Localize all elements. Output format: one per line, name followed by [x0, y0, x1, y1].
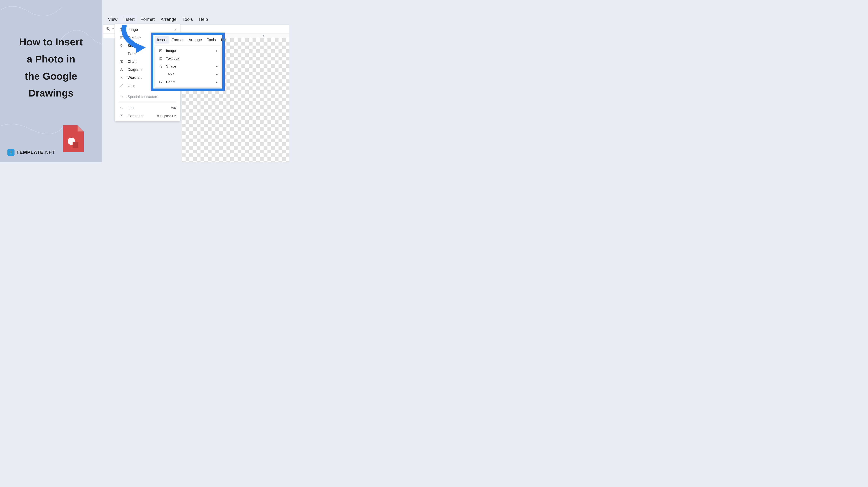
svg-point-16 [121, 68, 122, 69]
menu-item-link[interactable]: Link ⌘K [115, 104, 180, 112]
svg-rect-38 [161, 82, 162, 83]
google-drawings-icon [63, 125, 84, 152]
submenu-arrow-icon: ▶ [216, 50, 218, 52]
menu-label: Word art [128, 75, 142, 80]
page-title: How to Insert a Photo in the Google Draw… [0, 33, 102, 102]
inset-callout: Insert Format Arrange Tools He Image ▶ T… [151, 33, 225, 91]
inset-item-image[interactable]: Image ▶ [155, 47, 221, 55]
chart-icon [119, 60, 125, 64]
svg-line-20 [122, 69, 123, 70]
menu-item-special-characters[interactable]: Ω Special characters [115, 93, 180, 101]
menu-label: Shape [128, 43, 138, 48]
brand-logo: T TEMPLATE.NET [7, 149, 55, 156]
inset-item-table[interactable]: Table ▶ [155, 70, 221, 78]
menu-label: Text box [128, 35, 141, 40]
wordart-icon: A [119, 76, 125, 80]
svg-rect-1 [73, 142, 79, 148]
menu-label: Table [166, 72, 175, 76]
menu-label: Diagram [128, 67, 142, 72]
menu-separator [119, 91, 176, 91]
svg-text:T: T [160, 58, 161, 60]
ruler-band [225, 33, 289, 38]
logo-text: TEMPLATE.NET [17, 150, 55, 155]
svg-rect-36 [160, 82, 160, 83]
menu-label: Image [128, 28, 138, 32]
menu-label: Chart [166, 80, 175, 84]
shortcut-text: ⌘K [171, 106, 176, 110]
diagram-icon [119, 68, 125, 71]
svg-point-24 [123, 84, 123, 85]
zoom-icon [106, 27, 110, 31]
inset-menu-insert[interactable]: Insert [155, 36, 169, 43]
svg-rect-13 [121, 62, 121, 63]
link-icon [119, 106, 125, 110]
inset-menu-format[interactable]: Format [169, 36, 186, 43]
inset-item-chart[interactable]: Chart ▶ [155, 78, 221, 86]
menu-help[interactable]: Help [196, 15, 211, 24]
menu-view[interactable]: View [105, 15, 121, 24]
svg-rect-14 [121, 61, 122, 63]
menu-label: Special characters [128, 95, 158, 99]
decorative-curve [0, 110, 63, 148]
submenu-arrow-icon: ▶ [216, 73, 218, 75]
zoom-dropdown-arrow[interactable]: ▼ [112, 28, 114, 30]
menu-arrange[interactable]: Arrange [158, 15, 180, 24]
shape-icon [119, 44, 125, 48]
menu-insert[interactable]: Insert [121, 15, 137, 24]
inset-item-textbox[interactable]: T Text box [155, 55, 221, 62]
svg-line-19 [121, 69, 122, 70]
title-line: a Photo in [27, 53, 75, 64]
svg-point-17 [120, 70, 121, 71]
menu-label: Line [128, 84, 135, 88]
menubar: View Insert Format Arrange Tools Help [103, 15, 289, 24]
menu-label: Shape [166, 64, 176, 68]
decorative-curve [0, 0, 69, 33]
svg-line-22 [120, 84, 123, 87]
shape-icon [158, 65, 163, 68]
menu-label: Chart [128, 60, 137, 64]
line-icon [119, 84, 125, 88]
inset-item-shape[interactable]: Shape ▶ [155, 62, 221, 70]
svg-point-18 [122, 70, 123, 71]
right-panel: View Insert Format Arrange Tools Help ▼ … [102, 0, 289, 162]
image-icon [119, 28, 125, 32]
svg-rect-6 [120, 28, 123, 31]
logo-icon: T [7, 149, 14, 156]
menu-tools[interactable]: Tools [180, 15, 196, 24]
ruler-mark: 4 [263, 34, 264, 37]
menu-format[interactable]: Format [137, 15, 158, 24]
svg-rect-37 [161, 82, 161, 83]
svg-point-23 [120, 87, 121, 87]
svg-point-33 [160, 65, 161, 67]
image-icon [158, 49, 163, 53]
inset-menu-arrange[interactable]: Arrange [186, 36, 204, 43]
submenu-arrow-icon: ▶ [216, 65, 218, 68]
comment-icon [119, 114, 125, 118]
menu-label: Link [128, 106, 134, 110]
title-line: the Google [25, 70, 77, 82]
inset-menu-tools[interactable]: Tools [205, 36, 218, 43]
inset-dropdown: Image ▶ T Text box Shape ▶ Table ▶ Chart… [155, 46, 221, 87]
omega-icon: Ω [119, 95, 125, 99]
menu-label: Text box [166, 57, 179, 61]
menu-label: Comment [128, 114, 144, 118]
svg-line-3 [109, 30, 110, 30]
inset-menu-help[interactable]: He [218, 36, 228, 43]
svg-point-10 [120, 44, 122, 46]
svg-rect-29 [159, 50, 162, 52]
svg-text:A: A [120, 76, 123, 80]
svg-text:Ω: Ω [121, 95, 123, 98]
zoom-button[interactable] [105, 26, 111, 32]
inset-menubar: Insert Format Arrange Tools He [153, 35, 222, 45]
menu-label: Image [166, 49, 176, 53]
menu-separator [119, 102, 176, 102]
title-line: How to Insert [19, 36, 83, 48]
menu-label: Table [128, 52, 136, 56]
ruler-tick [262, 36, 262, 37]
svg-rect-15 [122, 62, 123, 63]
shortcut-text: ⌘+Option+M [156, 114, 176, 118]
textbox-icon: T [158, 57, 163, 60]
menu-item-comment[interactable]: Comment ⌘+Option+M [115, 112, 180, 120]
chart-icon [158, 80, 163, 84]
submenu-arrow-icon: ▶ [216, 81, 218, 83]
